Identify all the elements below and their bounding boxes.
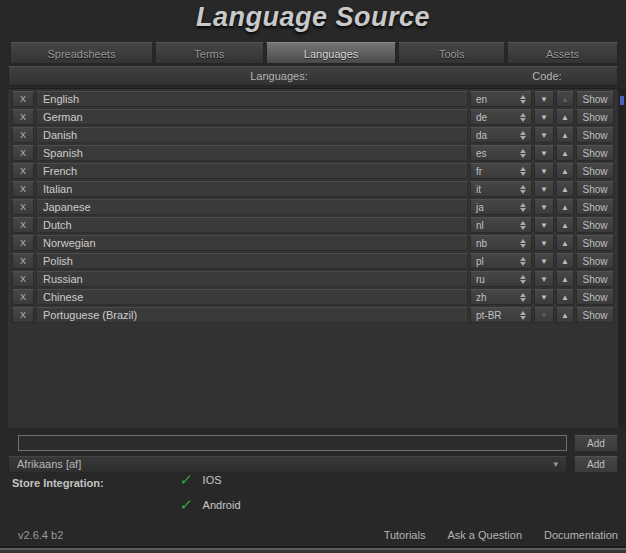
store-integration-label: Store Integration: — [12, 477, 104, 489]
language-name-input[interactable] — [36, 127, 468, 143]
move-up-icon[interactable]: ▲ — [556, 91, 574, 107]
remove-language-button[interactable]: X — [12, 289, 34, 305]
move-down-icon[interactable]: ▼ — [534, 235, 554, 251]
show-language-button[interactable]: Show — [576, 91, 614, 107]
tab-assets[interactable]: Assets — [507, 42, 618, 64]
remove-language-button[interactable]: X — [12, 271, 34, 287]
move-up-icon[interactable]: ▲ — [556, 307, 574, 323]
language-name-input[interactable] — [36, 163, 468, 179]
move-up-icon[interactable]: ▲ — [556, 235, 574, 251]
language-code-value: nb — [476, 238, 487, 249]
remove-language-button[interactable]: X — [12, 253, 34, 269]
scrollbar[interactable] — [618, 88, 626, 428]
tutorials-link[interactable]: Tutorials — [384, 529, 426, 541]
language-code-select[interactable]: pl — [470, 253, 532, 269]
move-down-icon[interactable]: ▼ — [534, 253, 554, 269]
language-code-select[interactable]: ja — [470, 199, 532, 215]
move-up-icon[interactable]: ▲ — [556, 199, 574, 215]
move-down-icon[interactable]: ▼ — [534, 163, 554, 179]
add-preset-language-button[interactable]: Add — [574, 456, 618, 473]
show-language-button[interactable]: Show — [576, 199, 614, 215]
language-row: X nl ▼ ▲ Show — [12, 217, 614, 233]
language-code-select[interactable]: ru — [470, 271, 532, 287]
move-down-icon[interactable]: ▼ — [534, 91, 554, 107]
move-up-icon[interactable]: ▲ — [556, 289, 574, 305]
language-code-select[interactable]: nb — [470, 235, 532, 251]
remove-language-button[interactable]: X — [12, 91, 34, 107]
language-code-select[interactable]: zh — [470, 289, 532, 305]
language-name-input[interactable] — [36, 289, 468, 305]
stepper-icon — [520, 203, 526, 212]
show-language-button[interactable]: Show — [576, 109, 614, 125]
remove-language-button[interactable]: X — [12, 127, 34, 143]
move-up-icon[interactable]: ▲ — [556, 109, 574, 125]
show-language-button[interactable]: Show — [576, 307, 614, 323]
language-code-select[interactable]: es — [470, 145, 532, 161]
new-language-input[interactable] — [18, 435, 567, 451]
language-name-input[interactable] — [36, 253, 468, 269]
ask-a-question-link[interactable]: Ask a Question — [447, 529, 522, 541]
language-name-input[interactable] — [36, 271, 468, 287]
language-code-select[interactable]: pt-BR — [470, 307, 532, 323]
show-language-button[interactable]: Show — [576, 145, 614, 161]
remove-language-button[interactable]: X — [12, 145, 34, 161]
move-down-icon[interactable]: ▼ — [534, 271, 554, 287]
move-down-icon[interactable]: ▼ — [534, 181, 554, 197]
show-language-button[interactable]: Show — [576, 163, 614, 179]
move-down-icon[interactable]: ▼ — [534, 127, 554, 143]
move-up-icon[interactable]: ▲ — [556, 253, 574, 269]
remove-language-button[interactable]: X — [12, 109, 34, 125]
language-code-value: de — [476, 112, 487, 123]
language-preset-dropdown[interactable]: Afrikaans [af] ▾ — [8, 456, 567, 473]
tab-languages[interactable]: Languages — [266, 42, 397, 64]
language-code-select[interactable]: da — [470, 127, 532, 143]
language-name-input[interactable] — [36, 217, 468, 233]
remove-language-button[interactable]: X — [12, 235, 34, 251]
language-code-select[interactable]: de — [470, 109, 532, 125]
move-up-icon[interactable]: ▲ — [556, 271, 574, 287]
language-source-window: Language Source Spreadsheets Terms Langu… — [0, 0, 626, 553]
show-language-button[interactable]: Show — [576, 235, 614, 251]
tab-spreadsheets[interactable]: Spreadsheets — [10, 42, 153, 64]
move-up-icon[interactable]: ▲ — [556, 217, 574, 233]
language-name-input[interactable] — [36, 91, 468, 107]
move-down-icon[interactable]: ▼ — [534, 289, 554, 305]
show-language-button[interactable]: Show — [576, 127, 614, 143]
stepper-icon — [520, 239, 526, 248]
language-name-input[interactable] — [36, 109, 468, 125]
add-language-button[interactable]: Add — [574, 435, 618, 452]
language-name-input[interactable] — [36, 199, 468, 215]
language-code-select[interactable]: en — [470, 91, 532, 107]
language-name-input[interactable] — [36, 235, 468, 251]
move-down-icon[interactable]: ▼ — [534, 217, 554, 233]
move-down-icon[interactable]: ▼ — [534, 145, 554, 161]
move-up-icon[interactable]: ▲ — [556, 127, 574, 143]
language-name-input[interactable] — [36, 181, 468, 197]
language-name-input[interactable] — [36, 307, 468, 323]
move-down-icon[interactable]: ▼ — [534, 199, 554, 215]
language-name-input[interactable] — [36, 145, 468, 161]
move-down-icon[interactable]: ▼ — [534, 307, 554, 323]
list-header-bar: Languages: Code: — [8, 66, 618, 86]
scrollbar-thumb[interactable] — [620, 96, 624, 105]
show-language-button[interactable]: Show — [576, 289, 614, 305]
move-down-icon[interactable]: ▼ — [534, 109, 554, 125]
remove-language-button[interactable]: X — [12, 181, 34, 197]
documentation-link[interactable]: Documentation — [544, 529, 618, 541]
language-code-select[interactable]: it — [470, 181, 532, 197]
show-language-button[interactable]: Show — [576, 217, 614, 233]
move-up-icon[interactable]: ▲ — [556, 163, 574, 179]
move-up-icon[interactable]: ▲ — [556, 181, 574, 197]
tab-terms[interactable]: Terms — [155, 42, 264, 64]
remove-language-button[interactable]: X — [12, 307, 34, 323]
show-language-button[interactable]: Show — [576, 253, 614, 269]
move-up-icon[interactable]: ▲ — [556, 145, 574, 161]
remove-language-button[interactable]: X — [12, 217, 34, 233]
show-language-button[interactable]: Show — [576, 181, 614, 197]
show-language-button[interactable]: Show — [576, 271, 614, 287]
language-code-select[interactable]: nl — [470, 217, 532, 233]
remove-language-button[interactable]: X — [12, 163, 34, 179]
remove-language-button[interactable]: X — [12, 199, 34, 215]
tab-tools[interactable]: Tools — [398, 42, 505, 64]
language-code-select[interactable]: fr — [470, 163, 532, 179]
